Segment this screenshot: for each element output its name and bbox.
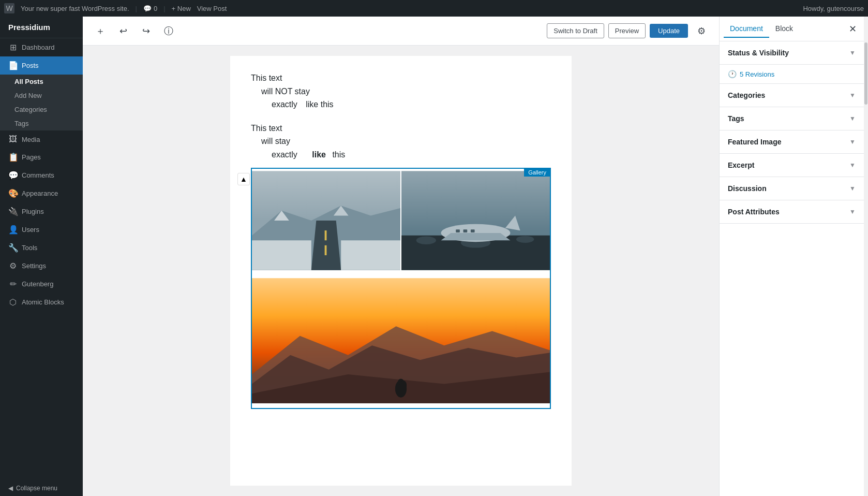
status-visibility-label: Status & Visibility — [728, 49, 789, 57]
sidebar-item-comments[interactable]: 💬 Comments — [0, 166, 83, 184]
panel-section-header-categories[interactable]: Categories ▼ — [720, 84, 864, 107]
redo-icon: ↪ — [142, 25, 150, 37]
right-panel: Document Block ✕ Status & Visibility ▼ 🕐 — [719, 17, 864, 496]
sidebar-item-atomic-blocks[interactable]: ⬡ Atomic Blocks — [0, 293, 83, 311]
svg-rect-5 — [325, 230, 327, 240]
chevron-down-icon-featured: ▼ — [849, 138, 856, 145]
collapse-icon: ◀ — [8, 485, 13, 492]
sidebar-item-appearance[interactable]: 🎨 Appearance — [0, 184, 83, 202]
switch-to-draft-button[interactable]: Switch to Draft — [547, 23, 604, 38]
sidebar-item-tools[interactable]: 🔧 Tools — [0, 239, 83, 257]
panel-section-header-discussion[interactable]: Discussion ▼ — [720, 177, 864, 200]
gear-icon: ⚙ — [697, 25, 706, 37]
sidebar-label-plugins: Plugins — [22, 208, 44, 215]
editor-content: This text will NOT stay exactly like thi… — [83, 46, 719, 496]
revisions-label: 5 Revisions — [740, 70, 774, 78]
revisions-link[interactable]: 🕐 5 Revisions — [720, 65, 864, 83]
sidebar-label-users: Users — [22, 226, 39, 234]
sidebar-label-atomic-blocks: Atomic Blocks — [22, 298, 64, 306]
categories-label: Categories — [728, 91, 765, 99]
panel-section-revisions: 🕐 5 Revisions — [720, 65, 864, 84]
sidebar-item-all-posts[interactable]: All Posts — [0, 75, 83, 89]
sidebar-item-add-new[interactable]: Add New — [0, 89, 83, 103]
right-panel-close-button[interactable]: ✕ — [845, 22, 860, 36]
editor-canvas[interactable]: This text will NOT stay exactly like thi… — [230, 56, 572, 486]
wp-logo[interactable]: W — [4, 3, 14, 13]
sidebar-item-users[interactable]: 👤 Users — [0, 221, 83, 239]
tab-document[interactable]: Document — [724, 20, 769, 38]
sidebar-item-categories[interactable]: Categories — [0, 103, 83, 116]
admin-bar-new[interactable]: + New — [172, 5, 191, 12]
chevron-down-icon-post-attrs: ▼ — [849, 208, 856, 215]
text-line-1-2: will NOT stay — [251, 85, 551, 98]
discussion-label: Discussion — [728, 184, 767, 193]
chevron-down-icon-excerpt: ▼ — [849, 162, 856, 169]
sidebar-item-settings[interactable]: ⚙ Settings — [0, 257, 83, 275]
users-icon: 👤 — [8, 225, 18, 235]
panel-section-header-featured-image[interactable]: Featured Image ▼ — [720, 130, 864, 153]
scrollbar-thumb[interactable] — [864, 42, 867, 105]
panel-section-header-tags[interactable]: Tags ▼ — [720, 107, 864, 130]
svg-rect-18 — [463, 229, 468, 232]
svg-point-13 — [516, 236, 534, 242]
sidebar-item-tags[interactable]: Tags — [0, 116, 83, 130]
text-line-1-1: This text — [251, 71, 551, 85]
text-exactly-2: exactly — [272, 150, 297, 159]
atomic-blocks-icon: ⬡ — [8, 297, 18, 307]
site-name[interactable]: Your new super fast WordPress site. — [21, 5, 129, 12]
panel-section-header-post-attributes[interactable]: Post Attributes ▼ — [720, 200, 864, 223]
preview-button[interactable]: Preview — [608, 23, 646, 38]
text-line-2-1: This text — [251, 122, 551, 135]
sidebar-label-add-new: Add New — [14, 92, 42, 99]
right-panel-body: Status & Visibility ▼ 🕐 5 Revisions Cate… — [720, 41, 864, 496]
sidebar: Pressidium ⊞ Dashboard 📄 Posts All Posts… — [0, 17, 83, 496]
admin-bar-view-post[interactable]: View Post — [197, 5, 227, 12]
panel-section-post-attributes: Post Attributes ▼ — [720, 200, 864, 224]
admin-bar-howdy: Howdy, gutencourse — [803, 5, 864, 12]
sidebar-item-dashboard[interactable]: ⊞ Dashboard — [0, 38, 83, 56]
media-icon: 🖼 — [8, 135, 18, 144]
gallery-image-plane — [401, 169, 550, 272]
panel-section-status-visibility: Status & Visibility ▼ — [720, 41, 864, 65]
sidebar-item-plugins[interactable]: 🔌 Plugins — [0, 202, 83, 221]
text-line-2-2: will stay — [251, 135, 551, 148]
sidebar-brand: Pressidium — [0, 17, 83, 38]
update-button[interactable]: Update — [650, 24, 688, 38]
svg-point-11 — [416, 236, 436, 244]
panel-section-tags: Tags ▼ — [720, 107, 864, 130]
add-block-button[interactable]: ＋ — [91, 22, 110, 40]
undo-button[interactable]: ↩ — [114, 22, 132, 40]
sidebar-item-media[interactable]: 🖼 Media — [0, 130, 83, 148]
chevron-down-icon-categories: ▼ — [849, 92, 856, 99]
info-icon: ⓘ — [164, 25, 173, 37]
panel-section-featured-image: Featured Image ▼ — [720, 130, 864, 154]
collapse-menu[interactable]: ◀ Collapse menu — [0, 480, 83, 496]
comments-icon: 💬 — [8, 170, 18, 180]
tab-block[interactable]: Block — [769, 20, 799, 38]
right-scrollbar[interactable] — [864, 17, 868, 496]
sidebar-item-gutenberg[interactable]: ✏ Gutenberg — [0, 275, 83, 293]
panel-section-header-status[interactable]: Status & Visibility ▼ — [720, 41, 864, 64]
text-block-1[interactable]: This text will NOT stay exactly like thi… — [251, 71, 551, 111]
plugins-icon: 🔌 — [8, 207, 18, 216]
gallery-move-button[interactable]: ▲ — [237, 173, 250, 185]
text-block-2[interactable]: This text will stay exactly like this — [251, 122, 551, 162]
sidebar-item-pages[interactable]: 📋 Pages — [0, 148, 83, 166]
info-button[interactable]: ⓘ — [159, 22, 178, 40]
right-panel-tabs: Document Block ✕ — [720, 17, 864, 41]
redo-button[interactable]: ↪ — [137, 22, 155, 40]
gallery-block[interactable]: Gallery ▲ — [251, 168, 551, 409]
sidebar-item-posts[interactable]: 📄 Posts — [0, 56, 83, 75]
panel-section-header-excerpt[interactable]: Excerpt ▼ — [720, 154, 864, 177]
text-this: this — [332, 150, 345, 159]
chevron-down-icon-discussion: ▼ — [849, 185, 856, 192]
chevron-down-icon-tags: ▼ — [849, 115, 856, 122]
svg-rect-17 — [456, 229, 460, 232]
sidebar-label-tags: Tags — [14, 120, 28, 127]
dashboard-icon: ⊞ — [8, 42, 18, 52]
panel-section-excerpt: Excerpt ▼ — [720, 154, 864, 177]
sidebar-label-pages: Pages — [22, 153, 41, 161]
sidebar-label-media: Media — [22, 136, 40, 143]
settings-gear-button[interactable]: ⚙ — [692, 22, 711, 40]
admin-bar-comments[interactable]: 💬 0 — [143, 5, 157, 12]
